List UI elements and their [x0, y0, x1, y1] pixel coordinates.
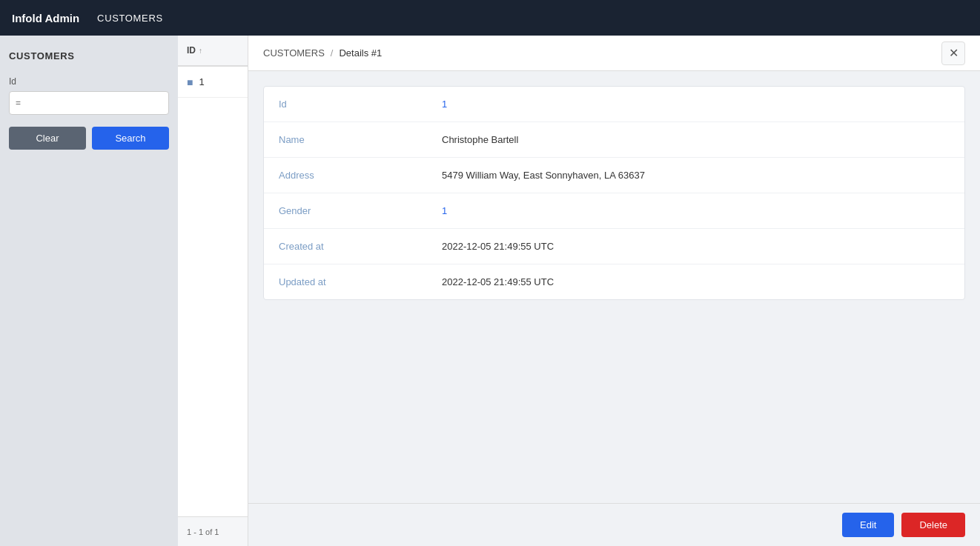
top-nav: Infold Admin CUSTOMERS	[0, 0, 980, 36]
filter-id-label: Id	[9, 76, 169, 87]
filter-buttons: Clear Search	[9, 127, 169, 150]
pagination: 1 - 1 of 1	[178, 516, 248, 546]
search-button[interactable]: Search	[92, 127, 169, 150]
breadcrumb-separator: /	[331, 47, 334, 59]
table-header-id: ID ↑	[178, 36, 248, 67]
detail-panel: CUSTOMERS / Details #1 ✕ Id1NameChristop…	[248, 36, 980, 546]
detail-row: Id1	[264, 87, 964, 122]
detail-row: Address5479 William Way, East Sonnyhaven…	[264, 158, 964, 193]
detail-field-key: Gender	[264, 193, 427, 228]
filter-id-input[interactable]	[25, 98, 162, 109]
detail-field-key: Created at	[264, 229, 427, 264]
detail-field-key: Id	[264, 87, 427, 121]
detail-footer: Edit Delete	[248, 503, 980, 546]
col-id-label: ID	[187, 45, 196, 56]
sidebar: CUSTOMERS Id = Clear Search	[0, 36, 178, 546]
detail-row: Created at2022-12-05 21:49:55 UTC	[264, 229, 964, 264]
detail-field-key: Name	[264, 122, 427, 157]
detail-row: Gender1	[264, 193, 964, 229]
delete-button[interactable]: Delete	[901, 513, 965, 537]
filter-section: Id =	[9, 76, 169, 115]
detail-content: Id1NameChristophe BartellAddress5479 Wil…	[248, 71, 980, 503]
detail-row: NameChristophe Bartell	[264, 122, 964, 158]
nav-customers[interactable]: CUSTOMERS	[97, 13, 163, 24]
detail-field-value: 2022-12-05 21:49:55 UTC	[427, 229, 964, 264]
edit-button[interactable]: Edit	[842, 513, 894, 537]
filter-eq-sign: =	[16, 98, 21, 108]
table-row[interactable]: ■ 1	[178, 67, 248, 98]
detail-field-value: Christophe Bartell	[427, 122, 964, 157]
breadcrumb-base: CUSTOMERS	[263, 47, 325, 59]
detail-header: CUSTOMERS / Details #1 ✕	[248, 36, 980, 71]
breadcrumb: CUSTOMERS / Details #1	[263, 47, 382, 59]
detail-field-value: 2022-12-05 21:49:55 UTC	[427, 264, 964, 299]
sidebar-title: CUSTOMERS	[9, 47, 169, 67]
detail-field-value: 5479 William Way, East Sonnyhaven, LA 63…	[427, 158, 964, 193]
filter-id-input-row: =	[9, 91, 169, 115]
sort-icon: ↑	[199, 47, 202, 55]
row-doc-icon: ■	[187, 76, 193, 88]
table-area: ID ↑ ■ 1 1 - 1 of 1	[178, 36, 248, 546]
clear-button[interactable]: Clear	[9, 127, 86, 150]
breadcrumb-current: Details #1	[339, 47, 382, 59]
detail-field-key: Address	[264, 158, 427, 193]
detail-card: Id1NameChristophe BartellAddress5479 Wil…	[263, 86, 965, 300]
detail-field-key: Updated at	[264, 264, 427, 299]
nav-brand: Infold Admin	[12, 12, 79, 24]
main-layout: CUSTOMERS Id = Clear Search ID ↑ ■ 1 1 -…	[0, 36, 980, 546]
row-id-value: 1	[199, 76, 204, 87]
detail-field-value: 1	[427, 193, 964, 228]
detail-row: Updated at2022-12-05 21:49:55 UTC	[264, 264, 964, 299]
detail-field-value: 1	[427, 87, 964, 121]
close-button[interactable]: ✕	[941, 41, 965, 65]
